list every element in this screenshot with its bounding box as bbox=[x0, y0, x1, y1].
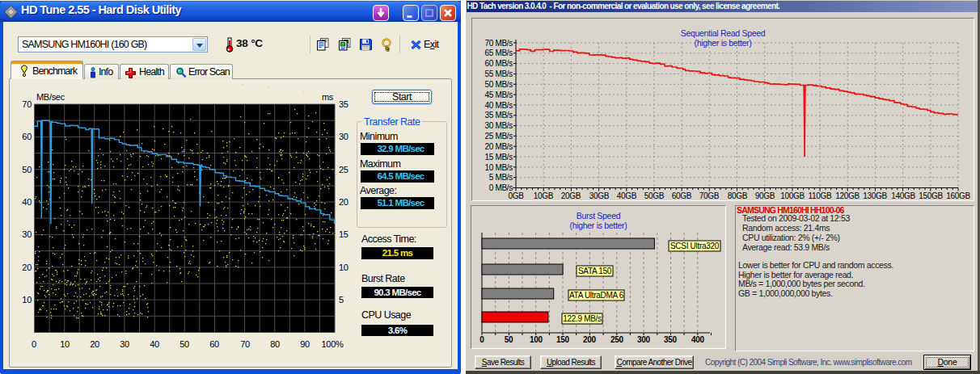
svg-text:(higher is better): (higher is better) bbox=[569, 221, 627, 230]
svg-text:50: 50 bbox=[180, 339, 189, 349]
svg-text:150GB: 150GB bbox=[919, 191, 943, 200]
svg-text:100%: 100% bbox=[322, 339, 344, 349]
svg-text:Burst Speed: Burst Speed bbox=[577, 211, 621, 221]
svg-text:30: 30 bbox=[22, 229, 32, 239]
svg-text:65 MB/s: 65 MB/s bbox=[484, 48, 513, 57]
svg-text:10: 10 bbox=[339, 263, 348, 272]
svg-text:10GB: 10GB bbox=[534, 191, 554, 200]
svg-text:30: 30 bbox=[339, 132, 348, 141]
svg-text:10 MB/s: 10 MB/s bbox=[484, 163, 513, 172]
svg-text:100GB: 100GB bbox=[780, 191, 805, 200]
svg-text:60: 60 bbox=[209, 339, 219, 349]
svg-text:90GB: 90GB bbox=[755, 191, 775, 200]
svg-text:5: 5 bbox=[339, 295, 344, 305]
svg-text:20: 20 bbox=[90, 339, 99, 349]
svg-text:60 MB/s: 60 MB/s bbox=[484, 59, 513, 68]
svg-text:30: 30 bbox=[120, 339, 129, 349]
svg-text:0GB: 0GB bbox=[508, 191, 524, 200]
svg-text:70: 70 bbox=[240, 339, 250, 349]
svg-text:0: 0 bbox=[32, 339, 36, 349]
svg-text:40: 40 bbox=[22, 197, 32, 207]
svg-text:130GB: 130GB bbox=[863, 191, 887, 200]
svg-text:30GB: 30GB bbox=[589, 191, 610, 200]
svg-text:200: 200 bbox=[583, 335, 597, 344]
svg-text:20GB: 20GB bbox=[561, 191, 581, 200]
svg-text:25: 25 bbox=[339, 165, 348, 174]
svg-text:350: 350 bbox=[664, 335, 678, 344]
svg-text:70: 70 bbox=[22, 99, 32, 109]
svg-text:10: 10 bbox=[60, 339, 70, 349]
svg-text:ATA UltraDMA 6: ATA UltraDMA 6 bbox=[569, 291, 624, 300]
svg-text:250: 250 bbox=[610, 335, 624, 344]
svg-text:30 MB/s: 30 MB/s bbox=[484, 121, 513, 130]
svg-text:60GB: 60GB bbox=[672, 191, 692, 200]
svg-text:40GB: 40GB bbox=[617, 191, 637, 200]
svg-text:70 MB/s: 70 MB/s bbox=[484, 39, 513, 48]
svg-text:90: 90 bbox=[300, 339, 310, 349]
svg-text:120GB: 120GB bbox=[835, 191, 860, 200]
svg-text:140GB: 140GB bbox=[891, 191, 915, 200]
svg-text:20 MB/s: 20 MB/s bbox=[484, 142, 513, 151]
svg-text:80: 80 bbox=[270, 339, 280, 349]
svg-text:400: 400 bbox=[691, 335, 705, 344]
svg-text:20: 20 bbox=[339, 197, 348, 207]
svg-text:15 MB/s: 15 MB/s bbox=[484, 153, 513, 162]
svg-text:40 MB/s: 40 MB/s bbox=[484, 101, 513, 110]
svg-text:80GB: 80GB bbox=[728, 191, 748, 200]
svg-text:50 MB/s: 50 MB/s bbox=[484, 80, 513, 89]
svg-text:25 MB/s: 25 MB/s bbox=[484, 132, 513, 141]
svg-text:0: 0 bbox=[479, 335, 484, 344]
svg-text:SATA 150: SATA 150 bbox=[578, 267, 612, 275]
svg-text:5 MB/s: 5 MB/s bbox=[489, 173, 513, 182]
svg-text:SCSI Ultra320: SCSI Ultra320 bbox=[670, 242, 720, 250]
svg-text:40: 40 bbox=[150, 339, 159, 349]
svg-text:50: 50 bbox=[22, 165, 32, 174]
svg-text:122.9 MB/s: 122.9 MB/s bbox=[563, 314, 602, 323]
svg-text:70GB: 70GB bbox=[699, 191, 720, 200]
svg-text:15: 15 bbox=[339, 229, 348, 239]
svg-text:MB/sec: MB/sec bbox=[36, 92, 65, 102]
svg-text:110GB: 110GB bbox=[809, 191, 833, 200]
svg-text:300: 300 bbox=[637, 335, 651, 344]
svg-text:50GB: 50GB bbox=[644, 191, 665, 200]
svg-text:45 MB/s: 45 MB/s bbox=[484, 90, 513, 99]
svg-text:100: 100 bbox=[530, 335, 543, 344]
svg-text:150: 150 bbox=[556, 335, 570, 344]
svg-text:50: 50 bbox=[505, 335, 513, 344]
svg-text:60: 60 bbox=[22, 132, 32, 141]
svg-text:160GB: 160GB bbox=[946, 191, 970, 200]
svg-text:Sequential Read Speed: Sequential Read Speed bbox=[681, 28, 766, 38]
svg-text:ms: ms bbox=[322, 92, 334, 102]
svg-text:10: 10 bbox=[22, 295, 32, 305]
svg-text:(higher is better): (higher is better) bbox=[694, 38, 751, 48]
svg-text:35: 35 bbox=[339, 99, 348, 109]
svg-text:55 MB/s: 55 MB/s bbox=[484, 69, 513, 78]
svg-text:20: 20 bbox=[22, 263, 32, 272]
svg-text:35 MB/s: 35 MB/s bbox=[484, 111, 513, 120]
